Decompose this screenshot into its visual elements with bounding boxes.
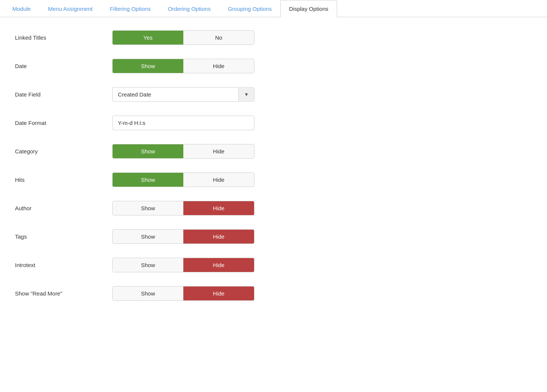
label-category: Category [15,148,112,154]
toggle-btn-author-show[interactable]: Show [113,201,183,215]
tab-filtering-options[interactable]: Filtering Options [101,0,159,17]
form-row-date-format: Date Format [15,114,532,132]
label-hits: Hits [15,177,112,183]
form-row-hits: HitsShowHide [15,171,532,189]
toggle-group-date: ShowHide [112,59,254,73]
form-row-linked-titles: Linked TitlesYesNo [15,28,532,46]
tab-module[interactable]: Module [4,0,39,17]
content-area: Linked TitlesYesNoDateShowHideDate Field… [0,17,547,324]
toggle-btn-date-hide[interactable]: Hide [183,59,254,73]
toggle-btn-show-read-more-show[interactable]: Show [113,287,183,300]
label-date-format: Date Format [15,120,112,126]
form-row-introtext: IntrotextShowHide [15,256,532,274]
label-author: Author [15,205,112,211]
toggle-btn-introtext-hide[interactable]: Hide [183,258,254,272]
toggle-btn-author-hide[interactable]: Hide [183,201,254,215]
toggle-btn-category-hide[interactable]: Hide [183,144,254,158]
tab-display-options[interactable]: Display Options [280,0,337,17]
tab-menu-assignment[interactable]: Menu Assignment [39,0,101,17]
toggle-group-tags: ShowHide [112,229,254,244]
label-tags: Tags [15,233,112,240]
toggle-btn-date-show[interactable]: Show [113,59,183,73]
select-value-date-field: Created Date [113,88,238,101]
form-row-show-read-more: Show "Read More"ShowHide [15,284,532,302]
text-input-date-format[interactable] [112,116,254,130]
toggle-btn-tags-hide[interactable]: Hide [183,230,254,244]
label-date-field: Date Field [15,91,112,98]
toggle-btn-introtext-show[interactable]: Show [113,258,183,272]
tab-grouping-options[interactable]: Grouping Options [219,0,281,17]
label-date: Date [15,63,112,69]
label-show-read-more: Show "Read More" [15,290,112,297]
toggle-group-category: ShowHide [112,144,254,159]
toggle-group-linked-titles: YesNo [112,30,254,45]
toggle-group-show-read-more: ShowHide [112,286,254,301]
label-introtext: Introtext [15,262,112,268]
tab-ordering-options[interactable]: Ordering Options [159,0,219,17]
toggle-btn-linked-titles-yes[interactable]: Yes [113,31,183,45]
select-date-field[interactable]: Created Date▼ [112,87,254,102]
form-row-author: AuthorShowHide [15,199,532,217]
toggle-btn-linked-titles-no[interactable]: No [183,31,254,45]
form-row-tags: TagsShowHide [15,227,532,245]
toggle-group-author: ShowHide [112,201,254,215]
toggle-btn-show-read-more-hide[interactable]: Hide [183,287,254,300]
toggle-group-introtext: ShowHide [112,258,254,272]
tabs-bar: ModuleMenu AssignmentFiltering OptionsOr… [0,0,547,17]
chevron-down-icon[interactable]: ▼ [238,88,254,101]
form-row-date-field: Date FieldCreated Date▼ [15,85,532,103]
toggle-btn-hits-show[interactable]: Show [113,173,183,187]
label-linked-titles: Linked Titles [15,34,112,41]
toggle-btn-hits-hide[interactable]: Hide [183,173,254,187]
form-row-date: DateShowHide [15,57,532,75]
toggle-btn-category-show[interactable]: Show [113,144,183,158]
form-row-category: CategoryShowHide [15,142,532,160]
toggle-btn-tags-show[interactable]: Show [113,230,183,244]
toggle-group-hits: ShowHide [112,172,254,187]
